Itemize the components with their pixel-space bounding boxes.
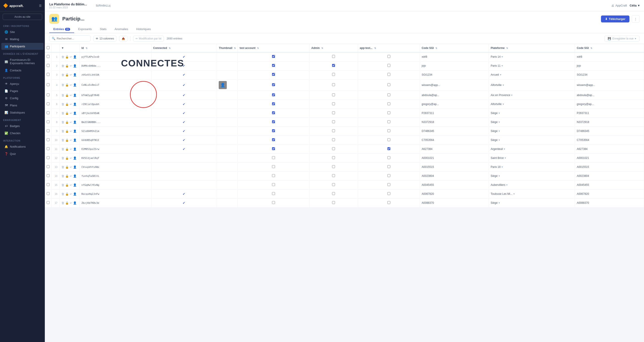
user-icon[interactable]: 👤	[73, 129, 77, 133]
lock-icon[interactable]: 🔒	[65, 147, 69, 151]
row-checkbox[interactable]	[388, 93, 390, 96]
row-checkbox[interactable]	[46, 192, 50, 195]
lock-icon[interactable]: 🔒	[65, 174, 69, 178]
row-checkbox[interactable]	[272, 73, 275, 76]
sidebar-item-pages[interactable]: 📄Pages	[1, 88, 44, 94]
row-checkbox[interactable]	[388, 183, 390, 186]
delete-icon[interactable]: 🗑	[62, 138, 64, 142]
id-header[interactable]: Id ⇅	[80, 44, 151, 52]
sidebar-item-notifications[interactable]: 🔔Notifications	[1, 143, 44, 150]
columns-button[interactable]: 👁 13 colonnes	[93, 36, 116, 42]
row-checkbox[interactable]	[332, 138, 335, 141]
plateforme-dropdown-icon[interactable]: ▾	[502, 103, 504, 106]
lock-icon[interactable]: 🔒	[65, 129, 69, 133]
user-icon[interactable]: 👤	[73, 55, 77, 59]
row-checkbox[interactable]	[332, 83, 335, 86]
row-checkbox[interactable]	[272, 64, 275, 67]
sidebar-item-statistiques[interactable]: 📊Statistiques	[1, 109, 44, 116]
row-checkbox[interactable]	[388, 83, 390, 86]
row-checkbox[interactable]	[272, 83, 275, 86]
delete-icon[interactable]: 🗑	[62, 201, 64, 205]
row-checkbox[interactable]	[388, 64, 390, 67]
history-icon[interactable]: ↩	[70, 83, 72, 87]
row-checkbox[interactable]	[46, 64, 50, 67]
row-checkbox[interactable]	[388, 165, 390, 168]
history-icon[interactable]: ↩	[70, 103, 72, 106]
row-checkbox[interactable]	[332, 165, 335, 168]
plateforme-dropdown-icon[interactable]: ▾	[506, 183, 508, 187]
user-icon[interactable]: 👤	[73, 192, 77, 196]
row-checkbox[interactable]	[388, 55, 390, 58]
row-checkbox[interactable]	[332, 174, 335, 177]
row-checkbox[interactable]	[272, 120, 275, 123]
lock-icon[interactable]: 🔒	[65, 111, 69, 115]
sidebar-item-mailing[interactable]: ✉Mailing	[1, 36, 44, 43]
row-checkbox[interactable]	[272, 111, 275, 114]
row-checkbox[interactable]	[272, 138, 275, 141]
sidebar-item-plans[interactable]: 🗺Plans	[1, 102, 44, 109]
user-icon[interactable]: 👤	[73, 120, 77, 124]
row-checkbox[interactable]	[332, 201, 335, 204]
user-menu[interactable]: Célia ▾	[630, 4, 640, 7]
user-icon[interactable]: 👤	[73, 201, 77, 205]
filter-icon[interactable]: ▼	[62, 47, 64, 50]
history-icon[interactable]: ↩	[70, 73, 72, 77]
delete-icon[interactable]: 🗑	[62, 147, 64, 151]
row-checkbox[interactable]	[272, 147, 275, 150]
row-checkbox[interactable]	[332, 93, 335, 96]
delete-icon[interactable]: 🗑	[62, 64, 64, 68]
plateforme-dropdown-icon[interactable]: ▾	[504, 156, 506, 159]
history-icon[interactable]: ↩	[70, 147, 72, 151]
row-checkbox[interactable]	[272, 55, 275, 58]
user-icon[interactable]: 👤	[73, 73, 77, 77]
user-icon[interactable]: 👤	[73, 64, 77, 68]
history-icon[interactable]: ↩	[70, 192, 72, 196]
delete-icon[interactable]: 🗑	[62, 94, 64, 97]
connected-header[interactable]: Connected ⇅	[151, 44, 217, 52]
search-input[interactable]	[57, 37, 88, 40]
plateforme-dropdown-icon[interactable]: ▾	[498, 129, 500, 133]
search-box[interactable]: 🔍	[49, 36, 90, 42]
row-checkbox[interactable]	[388, 192, 390, 195]
history-icon[interactable]: ↩	[70, 129, 72, 133]
row-checkbox[interactable]	[388, 73, 390, 76]
sidebar-item-fournisseurs[interactable]: 🏢Fournisseurs Et Exposants Internes	[1, 56, 44, 67]
tab-exposants[interactable]: Exposants	[74, 26, 96, 33]
row-checkbox[interactable]	[46, 102, 50, 105]
plateforme-dropdown-icon[interactable]: ▾	[504, 147, 505, 150]
row-checkbox[interactable]	[332, 120, 335, 123]
sidebar-item-contacts[interactable]: 👤Contacts	[1, 67, 44, 74]
row-checkbox[interactable]	[46, 147, 50, 150]
row-checkbox[interactable]	[272, 156, 275, 159]
history-icon[interactable]: ↩	[70, 55, 72, 59]
row-checkbox[interactable]	[388, 102, 390, 105]
history-icon[interactable]: ↩	[70, 94, 72, 97]
row-checkbox[interactable]	[272, 102, 275, 105]
plateforme-dropdown-icon[interactable]: ▾	[513, 192, 515, 196]
download-button[interactable]: ⬇ Télécharger	[601, 16, 630, 23]
history-icon[interactable]: ↩	[70, 156, 72, 160]
delete-icon[interactable]: 🗑	[62, 73, 64, 77]
row-checkbox[interactable]	[46, 165, 50, 168]
lock-icon[interactable]: 🔒	[65, 192, 69, 196]
row-checkbox[interactable]	[388, 129, 390, 132]
lock-icon[interactable]: 🔒	[65, 120, 69, 124]
delete-icon[interactable]: 🗑	[62, 55, 64, 59]
plateforme-dropdown-icon[interactable]: ▾	[498, 174, 500, 178]
lock-icon[interactable]: 🔒	[65, 138, 69, 142]
history-icon[interactable]: ↩	[70, 138, 72, 142]
row-checkbox[interactable]	[388, 156, 390, 159]
tab-anomalies[interactable]: Anomalies	[110, 26, 132, 33]
sidebar-item-config[interactable]: ⚙Config	[1, 95, 44, 102]
delete-icon[interactable]: 🗑	[62, 165, 64, 169]
code-sgi2-header[interactable]: Code SGI ⇅	[575, 44, 644, 52]
row-checkbox[interactable]	[46, 93, 50, 96]
row-checkbox[interactable]	[388, 147, 390, 150]
row-checkbox[interactable]	[272, 183, 275, 186]
sidebar-item-apercu[interactable]: 👁Aperçu	[1, 80, 44, 87]
thumbnail-header[interactable]: Thumbnail ⇅	[217, 44, 238, 52]
user-icon[interactable]: 👤	[73, 147, 77, 151]
delete-icon[interactable]: 🗑	[62, 83, 64, 87]
row-checkbox[interactable]	[388, 111, 390, 114]
lock-icon[interactable]: 🔒	[65, 103, 69, 106]
